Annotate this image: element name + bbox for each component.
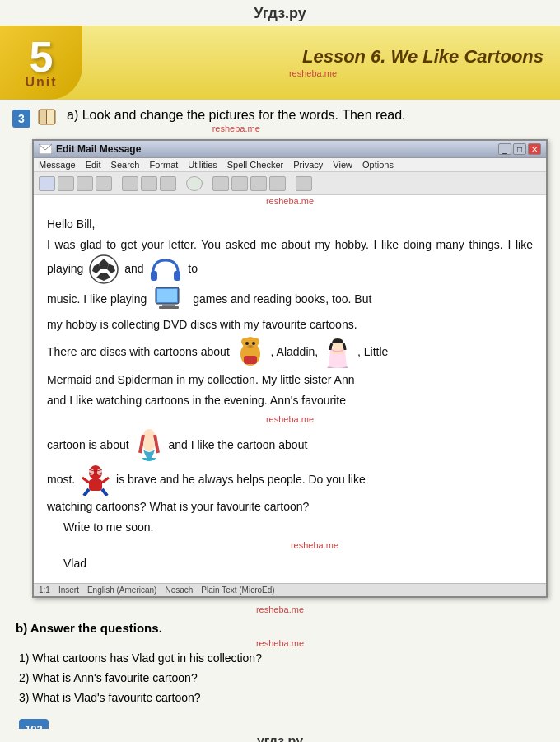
svg-point-19 — [251, 338, 259, 346]
svg-rect-2 — [47, 110, 54, 124]
svg-point-28 — [143, 438, 155, 451]
maximize-button[interactable]: □ — [513, 143, 526, 155]
paragraph5: There are discs with cartoons about — [47, 336, 533, 369]
svg-line-33 — [84, 489, 89, 496]
part-b: b) Answer the questions. resheba.me 1) W… — [12, 621, 548, 707]
lesson-header: 5 Unit Lesson 6. We Like Cartoons resheb… — [0, 26, 560, 100]
menu-search[interactable]: Search — [111, 160, 140, 170]
svg-rect-11 — [174, 271, 180, 281]
menu-utilities[interactable]: Utilities — [188, 160, 217, 170]
toolbar-forward[interactable] — [269, 176, 286, 191]
paragraph6b: and I like watching cartoons in the even… — [47, 391, 533, 410]
main-content: 3 a) Look and change the pictures for th… — [0, 100, 560, 742]
email-titlebar: Edit Mail Message _ □ ✕ — [34, 141, 546, 158]
svg-line-35 — [82, 478, 89, 483]
lesson-title-wrap: Lesson 6. We Like Cartoons resheba.me — [82, 46, 560, 79]
body-watermark1: resheba.me — [47, 412, 533, 427]
email-menubar: Message Edit Search Format Utilities Spe… — [34, 158, 546, 172]
status-line: 1:1 — [39, 586, 50, 595]
svg-rect-15 — [159, 306, 179, 309]
closing-watermark: resheba.me — [96, 538, 533, 553]
email-toolbar — [34, 172, 546, 195]
menu-message[interactable]: Message — [39, 160, 76, 170]
svg-rect-14 — [162, 304, 175, 306]
svg-rect-10 — [151, 271, 157, 281]
svg-point-23 — [249, 345, 252, 348]
princess-image — [324, 337, 352, 368]
window-controls: _ □ ✕ — [498, 143, 541, 155]
lesson-watermark: resheba.me — [82, 68, 544, 78]
toolbar-copy[interactable] — [141, 176, 157, 191]
minimize-button[interactable]: _ — [498, 143, 511, 155]
toolbar-watermark: resheba.me — [34, 196, 546, 206]
svg-point-20 — [245, 342, 249, 345]
status-lang: English (American) — [87, 586, 156, 595]
close-button[interactable]: ✕ — [528, 143, 541, 155]
winnie-image — [236, 336, 265, 369]
svg-line-34 — [102, 489, 107, 496]
paragraph6: Mermaid and Spiderman in my collection. … — [47, 371, 533, 390]
toolbar-cut[interactable] — [122, 176, 138, 191]
mermaid-image — [135, 428, 163, 463]
menu-edit[interactable]: Edit — [86, 160, 101, 170]
svg-rect-13 — [157, 289, 177, 302]
exercise-header: 3 a) Look and change the pictures for th… — [12, 108, 548, 134]
question-3: 3) What is Vlad's favourite cartoon? — [19, 688, 544, 708]
toolbar-undo[interactable] — [186, 176, 203, 191]
svg-line-36 — [102, 478, 109, 483]
toolbar-reply[interactable] — [250, 176, 267, 191]
email-window: Edit Mail Message _ □ ✕ Message Edit Sea… — [32, 139, 548, 598]
part-b-watermark: resheba.me — [16, 638, 544, 648]
svg-rect-32 — [89, 479, 102, 491]
questions-list: 1) What cartoons has Vlad got in his col… — [16, 649, 544, 707]
site-footer: угдз.ру — [0, 729, 560, 742]
greeting: Hello Bill, — [47, 215, 533, 234]
menu-options[interactable]: Options — [362, 160, 394, 170]
toolbar-new[interactable] — [39, 176, 55, 191]
exercise-number: 3 — [12, 110, 30, 128]
menu-format[interactable]: Format — [149, 160, 178, 170]
question-1: 1) What cartoons has Vlad got in his col… — [19, 649, 544, 669]
paragraph7: cartoon is about and I l — [47, 428, 533, 463]
paragraph1: I was glad to get your letter. You asked… — [47, 236, 533, 284]
toolbar-print[interactable] — [96, 176, 112, 191]
email-statusbar: 1:1 Insert English (American) Nosach Pla… — [34, 583, 546, 596]
exercise-instruction: a) Look and change the pictures for the … — [67, 108, 406, 134]
svg-rect-1 — [40, 110, 47, 124]
svg-point-18 — [241, 338, 250, 346]
menu-spellchecker[interactable]: Spell Checker — [227, 160, 283, 170]
lesson-title: Lesson 6. We Like Cartoons — [82, 46, 544, 68]
toolbar-attach[interactable] — [212, 176, 229, 191]
closing2: Vlad — [63, 554, 533, 573]
status-format: Plain Text (MicroEd) — [201, 586, 274, 595]
paragraph4: my hobby is collecting DVD discs with my… — [47, 315, 533, 334]
toolbar-paste[interactable] — [160, 176, 176, 191]
email-title-text: Edit Mail Message — [56, 143, 141, 155]
toolbar-delete[interactable] — [296, 176, 312, 191]
toolbar-open[interactable] — [58, 176, 74, 191]
site-bottom-label: угдз.ру — [257, 734, 303, 742]
unit-badge: 5 Unit — [0, 26, 82, 100]
unit-label: Unit — [25, 75, 57, 90]
status-extra: Nosach — [165, 586, 193, 595]
svg-point-21 — [252, 342, 255, 345]
book-icon — [37, 108, 57, 126]
closing1: Write to me soon. resheba.me — [63, 518, 533, 553]
after-email-watermark: resheba.me — [12, 604, 548, 614]
site-header: Угдз.ру — [0, 0, 560, 26]
part-b-title: b) Answer the questions. — [16, 621, 544, 635]
menu-privacy[interactable]: Privacy — [293, 160, 323, 170]
exercise-instruction-text: a) Look and change the pictures for the … — [67, 108, 406, 122]
unit-number: 5 — [30, 35, 54, 78]
soccer-ball-image — [89, 254, 119, 284]
email-icon — [39, 144, 52, 154]
toolbar-send[interactable] — [231, 176, 248, 191]
paragraph9: watching cartoons? What is your favourit… — [47, 497, 533, 516]
menu-view[interactable]: View — [333, 160, 352, 170]
site-top-label: Угдз.ру — [254, 5, 306, 21]
toolbar-save[interactable] — [77, 176, 93, 191]
paragraph8: most. — [47, 464, 533, 496]
exercise-watermark: resheba.me — [67, 124, 406, 133]
paragraph3: music. I like playing games and reading … — [47, 286, 533, 314]
status-mode: Insert — [58, 586, 79, 595]
